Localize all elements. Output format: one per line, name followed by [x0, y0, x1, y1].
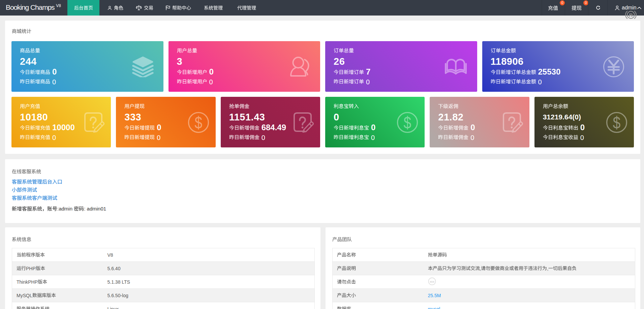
svg-text:R: R: [629, 12, 633, 16]
